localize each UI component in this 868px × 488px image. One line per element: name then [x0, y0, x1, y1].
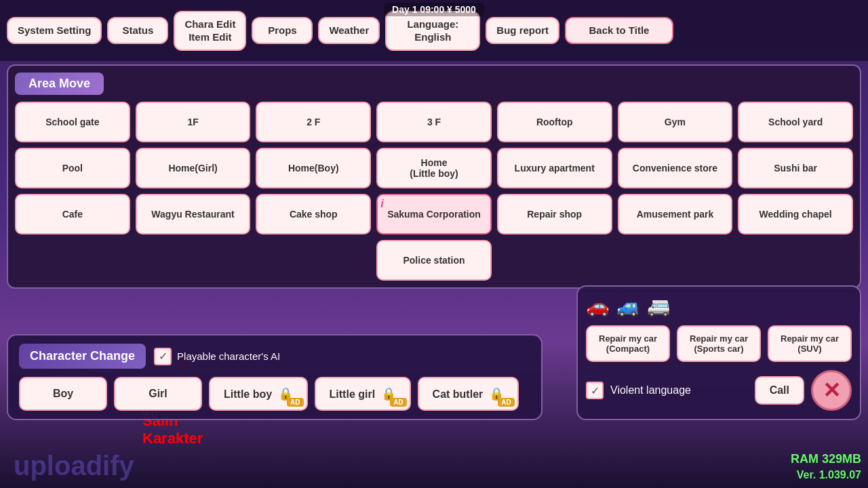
version-area: RAM 329MB Ver. 1.039.07 [791, 452, 861, 481]
location-police-station[interactable]: Police station [376, 240, 492, 281]
violent-language-row: ✓ Violent language Call ✕ [586, 370, 852, 411]
location-sakuma-corporation[interactable]: i Sakuma Corporation [376, 194, 492, 235]
repair-car-panel: 🚗 🚙 🚐 Repair my car (Compact) Repair my … [576, 285, 861, 420]
car-icons-row: 🚗 🚙 🚐 [586, 295, 852, 317]
chara-edit-button[interactable]: Chara Edit Item Edit [174, 11, 246, 51]
info-badge-icon: i [380, 198, 383, 210]
repair-compact-button[interactable]: Repair my car (Compact) [586, 325, 670, 362]
close-button[interactable]: ✕ [811, 370, 852, 411]
ad-badge-little-girl: AD [390, 398, 406, 407]
char-girl-button[interactable]: Girl [114, 377, 202, 411]
location-2f[interactable]: 2 F [256, 102, 371, 142]
location-wagyu-restaurant[interactable]: Wagyu Restaurant [136, 194, 251, 235]
violent-language-checkbox[interactable]: ✓ [586, 382, 604, 399]
system-setting-button[interactable]: System Setting [7, 17, 102, 44]
char-little-girl-button[interactable]: Little girl 🔒 AD [315, 377, 411, 411]
char-boy-button[interactable]: Boy [19, 377, 107, 411]
area-move-panel: Area Move School gate 1F 2 F 3 F Rooftop… [7, 64, 861, 289]
version-display: Ver. 1.039.07 [791, 469, 861, 481]
language-button[interactable]: Language: English [385, 11, 480, 51]
location-pool[interactable]: Pool [15, 148, 130, 188]
day-header: Day 1 09:00 ¥ 5000 [384, 3, 484, 16]
ai-checkbox[interactable]: ✓ [154, 348, 172, 365]
status-button[interactable]: Status [107, 17, 168, 44]
location-sushi-bar[interactable]: Sushi bar [738, 148, 853, 188]
bottom-info: uploadify 9:0 Salin Karakter RAM 329MB V… [7, 451, 861, 481]
location-school-yard[interactable]: School yard [738, 102, 853, 142]
back-to-title-button[interactable]: Back to Title [565, 17, 673, 44]
location-cafe[interactable]: Cafe [15, 194, 130, 235]
repair-buttons-row: Repair my car (Compact) Repair my car (S… [586, 325, 852, 362]
location-school-gate[interactable]: School gate [15, 102, 130, 142]
location-amusement-park[interactable]: Amusement park [618, 194, 733, 235]
location-gym[interactable]: Gym [618, 102, 733, 142]
suv-car-icon: 🚐 [647, 295, 671, 317]
violent-language-label: Violent language [610, 384, 691, 396]
character-buttons: Boy Girl Little boy 🔒 AD Little girl 🔒 A… [19, 377, 530, 411]
location-home-boy[interactable]: Home(Boy) [256, 148, 371, 188]
char-little-boy-button[interactable]: Little boy 🔒 AD [209, 377, 308, 411]
character-change-title: Character Change [19, 344, 146, 369]
bug-report-button[interactable]: Bug report [486, 17, 559, 44]
character-change-header: Character Change ✓ Playable character's … [19, 344, 530, 369]
ai-label: Playable character's AI [177, 350, 280, 362]
props-button[interactable]: Props [252, 17, 313, 44]
ad-badge-cat-butler: AD [498, 398, 514, 407]
sports-car-icon: 🚙 [616, 295, 640, 317]
location-wedding-chapel[interactable]: Wedding chapel [738, 194, 853, 235]
weather-button[interactable]: Weather [318, 17, 380, 44]
ai-checkbox-area: ✓ Playable character's AI [154, 348, 280, 365]
area-move-title: Area Move [15, 73, 104, 95]
area-grid: School gate 1F 2 F 3 F Rooftop Gym Schoo… [15, 102, 853, 281]
location-1f[interactable]: 1F [136, 102, 251, 142]
location-luxury-apartment[interactable]: Luxury apartment [497, 148, 612, 188]
location-cake-shop[interactable]: Cake shop [256, 194, 371, 235]
logo: uploadify [14, 451, 134, 481]
ram-display: RAM 329MB [791, 452, 861, 466]
char-cat-butler-button[interactable]: Cat butler 🔒 AD [418, 377, 519, 411]
compact-car-icon: 🚗 [586, 295, 610, 317]
location-3f[interactable]: 3 F [376, 102, 492, 142]
location-home-girl[interactable]: Home(Girl) [136, 148, 251, 188]
location-home-little-boy[interactable]: Home (Little boy) [376, 148, 492, 188]
character-change-panel: Character Change ✓ Playable character's … [7, 334, 542, 420]
repair-suv-button[interactable]: Repair my car (SUV) [768, 325, 852, 362]
repair-sports-button[interactable]: Repair my car (Sports car) [677, 325, 761, 362]
location-rooftop[interactable]: Rooftop [497, 102, 612, 142]
call-button[interactable]: Call [755, 376, 804, 405]
location-convenience-store[interactable]: Convenience store [618, 148, 733, 188]
ad-badge-little-boy: AD [287, 398, 303, 407]
location-repair-shop[interactable]: Repair shop [497, 194, 612, 235]
